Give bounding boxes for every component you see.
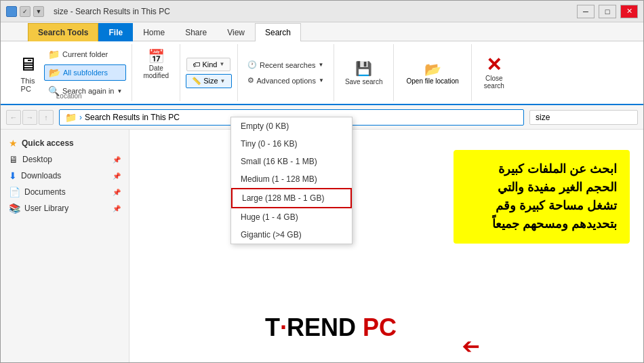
close-search-label: Close search [484, 75, 504, 90]
current-folder-button[interactable]: 📁 Current folder [44, 47, 126, 62]
dropdown-arrow-icon: ▼ [33, 6, 44, 17]
size-option-gigantic[interactable]: Gigantic (>4 GB) [231, 226, 352, 244]
save-group: 💾 Save search [334, 44, 395, 101]
tab-share[interactable]: Share [175, 23, 217, 41]
options-icon: ⚙ [247, 76, 254, 85]
kind-arrow-icon: ▼ [219, 61, 224, 67]
size-icon: 📏 [192, 77, 201, 85]
minimize-button[interactable]: ─ [577, 5, 595, 18]
options-arrow-icon: ▼ [319, 77, 324, 83]
forward-button[interactable]: → [22, 110, 37, 125]
ribbon-tab-bar: Search Tools File Home Share View Search [1, 22, 643, 41]
search-input[interactable] [529, 110, 638, 125]
sidebar-item-desktop[interactable]: 🖥 Desktop 📌 [1, 151, 129, 168]
size-arrow-icon: ▼ [220, 78, 226, 84]
sidebar: ★ Quick access 🖥 Desktop 📌 ⬇ Downloads 📌… [1, 130, 129, 362]
file-explorer-window: ✓ ▼ size - Search Results in This PC ─ □… [0, 0, 644, 363]
size-dropdown[interactable]: 📏 Size ▼ [186, 74, 231, 88]
size-option-small[interactable]: Small (16 KB - 1 MB) [231, 153, 352, 170]
checkmark-icon: ✓ [20, 6, 31, 17]
brand-logo: T·REND PC [265, 313, 397, 342]
open-file-location-button[interactable]: 📂 Open file location [399, 57, 465, 89]
content-area: ابحث عن الملفات كبيرة الحجم الغير مفيدة … [129, 130, 643, 362]
maximize-button[interactable]: □ [599, 5, 616, 18]
size-option-large[interactable]: Large (128 MB - 1 GB) [231, 188, 352, 208]
tab-file[interactable]: File [98, 23, 133, 41]
pin-icon-library: 📌 [113, 205, 121, 212]
open-file-label: Open file location [406, 77, 458, 85]
size-option-empty[interactable]: Empty (0 KB) [231, 117, 352, 135]
save-icon: 💾 [355, 60, 372, 77]
quick-access-icon [6, 6, 17, 17]
size-option-tiny[interactable]: Tiny (0 - 16 KB) [231, 135, 352, 153]
tab-search-tools[interactable]: Search Tools [28, 23, 98, 41]
close-search-button[interactable]: ✕ Close search [477, 52, 511, 94]
calendar-icon: 📅 [148, 50, 165, 63]
close-button[interactable]: ✕ [620, 5, 638, 18]
annotation-text: ابحث عن الملفات كبيرة الحجم الغير مفيدة … [466, 160, 617, 233]
size-dropdown-menu: Empty (0 KB) Tiny (0 - 16 KB) Small (16 … [230, 117, 353, 244]
nav-buttons: ← → ↑ [6, 110, 54, 125]
sidebar-quick-access-header: ★ Quick access [1, 135, 129, 151]
sidebar-item-documents[interactable]: 📄 Documents 📌 [1, 184, 129, 200]
location-label: Location [56, 91, 82, 100]
kind-dropdown[interactable]: 🏷 Kind ▼ [186, 58, 230, 71]
close-search-group: ✕ Close search [472, 44, 517, 101]
tab-home[interactable]: Home [133, 23, 175, 41]
annotation-box: ابحث عن الملفات كبيرة الحجم الغير مفيدة … [454, 150, 630, 244]
title-bar: ✓ ▼ size - Search Results in This PC ─ □… [1, 1, 643, 22]
recent-icon: 🕐 [247, 60, 257, 69]
size-option-huge[interactable]: Huge (1 - 4 GB) [231, 208, 352, 226]
open-folder-icon: 📂 [424, 61, 441, 77]
window-controls: ✓ ▼ [6, 6, 44, 17]
window-title: size - Search Results in This PC [54, 7, 573, 16]
brand-dot: · [280, 313, 287, 341]
location-group: 🖥 ThisPC 📁 Current folder 📂 All subfolde… [6, 44, 132, 101]
recent-arrow-icon: ▼ [319, 62, 324, 68]
computer-icon: 🖥 [18, 53, 37, 75]
documents-icon: 📄 [9, 187, 20, 197]
sidebar-item-user-library[interactable]: 📚 User Library 📌 [1, 200, 129, 216]
pin-icon-desktop: 📌 [113, 156, 121, 164]
dropdown-arrow: ▼ [117, 88, 122, 94]
open-file-group: 📂 Open file location [394, 44, 471, 101]
red-arrow-icon: ➔ [462, 333, 480, 359]
brand-pc: PC [363, 313, 397, 341]
refine-group: 🏷 Kind ▼ 📏 Size ▼ [180, 44, 237, 101]
save-search-button[interactable]: 💾 Save search [340, 58, 388, 88]
date-modified-group: 📅 Date modified [132, 44, 180, 101]
path-text: Search Results in This PC [85, 113, 180, 122]
ribbon-bar: 🖥 ThisPC 📁 Current folder 📂 All subfolde… [1, 41, 643, 105]
date-modified-button[interactable]: 📅 Date modified [138, 47, 174, 82]
kind-icon: 🏷 [193, 60, 200, 69]
path-arrow: › [79, 113, 82, 122]
all-subfolders-button[interactable]: 📂 All subfolders [44, 64, 126, 81]
downloads-icon: ⬇ [9, 170, 17, 181]
star-icon: ★ [9, 138, 18, 149]
tab-search[interactable]: Search [255, 23, 301, 41]
up-button[interactable]: ↑ [39, 110, 54, 125]
this-pc-label: ThisPC [21, 77, 35, 93]
close-x-icon: ✕ [486, 56, 502, 75]
library-icon: 📚 [9, 203, 20, 214]
tab-view[interactable]: View [217, 23, 255, 41]
path-folder-icon: 📁 [65, 112, 77, 123]
pin-icon-downloads: 📌 [113, 172, 121, 180]
brand-trend: REND [287, 313, 363, 341]
pin-icon-documents: 📌 [113, 189, 121, 196]
back-button[interactable]: ← [6, 110, 21, 125]
sidebar-item-downloads[interactable]: ⬇ Downloads 📌 [1, 168, 129, 184]
subfolders-icon: 📂 [49, 67, 60, 78]
recent-searches-button[interactable]: 🕐 Recent searches ▼ [243, 58, 327, 71]
advanced-options-button[interactable]: ⚙ Advanced options ▼ [243, 74, 328, 87]
brand-1: T [265, 313, 280, 341]
options-group: 🕐 Recent searches ▼ ⚙ Advanced options ▼ [238, 44, 334, 101]
this-pc-button[interactable]: 🖥 ThisPC [12, 50, 44, 96]
desktop-icon: 🖥 [9, 154, 18, 165]
folder-icon: 📁 [48, 49, 60, 60]
size-option-medium[interactable]: Medium (1 - 128 MB) [231, 170, 352, 188]
